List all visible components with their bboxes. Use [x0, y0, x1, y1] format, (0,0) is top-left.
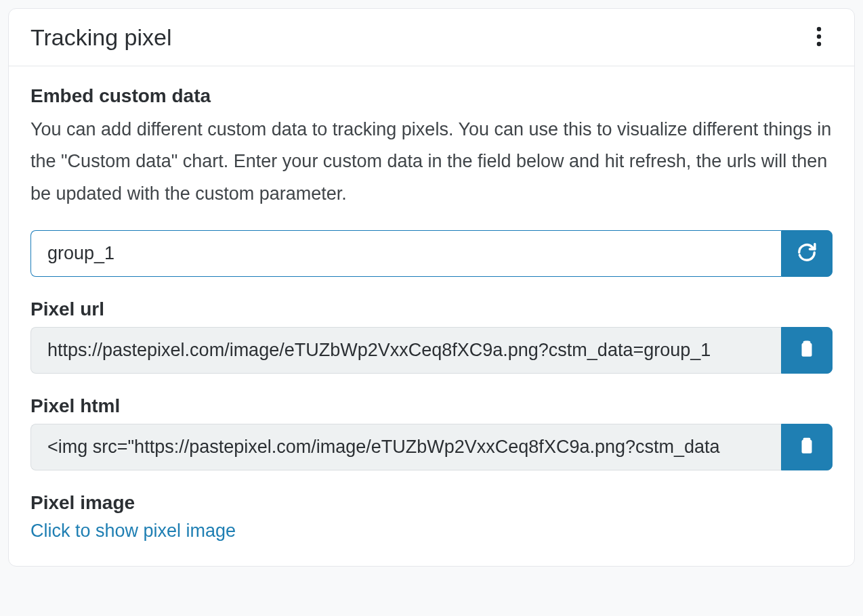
embed-description: You can add different custom data to tra…: [30, 114, 833, 210]
svg-point-1: [817, 34, 821, 38]
svg-rect-6: [802, 439, 812, 453]
pixel-html-value[interactable]: <img src="https://pastepixel.com/image/e…: [30, 424, 781, 470]
pixel-image-label: Pixel image: [30, 492, 833, 514]
copy-pixel-html-button[interactable]: [781, 424, 833, 470]
svg-point-0: [817, 26, 821, 30]
more-vertical-icon: [816, 26, 822, 49]
custom-data-row: [30, 230, 833, 277]
pixel-url-label: Pixel url: [30, 299, 833, 320]
copy-pixel-url-button[interactable]: [781, 327, 833, 374]
svg-rect-3: [802, 343, 812, 356]
pixel-html-label: Pixel html: [30, 395, 833, 417]
clipboard-icon: [797, 339, 817, 361]
tracking-pixel-card: Tracking pixel Embed custom data You can…: [8, 8, 855, 567]
card-body: Embed custom data You can add different …: [9, 66, 854, 566]
pixel-url-value[interactable]: https://pastepixel.com/image/eTUZbWp2Vxx…: [30, 327, 781, 374]
refresh-button[interactable]: [781, 230, 833, 277]
custom-data-input[interactable]: [30, 230, 781, 277]
card-header: Tracking pixel: [9, 9, 854, 66]
show-pixel-image-link[interactable]: Click to show pixel image: [30, 521, 236, 542]
card-menu-button[interactable]: [805, 24, 833, 51]
pixel-url-row: https://pastepixel.com/image/eTUZbWp2Vxx…: [30, 327, 833, 374]
clipboard-icon: [797, 436, 817, 458]
pixel-html-row: <img src="https://pastepixel.com/image/e…: [30, 424, 833, 470]
refresh-icon: [797, 242, 817, 265]
card-title: Tracking pixel: [30, 24, 171, 51]
svg-point-2: [817, 41, 821, 45]
embed-heading: Embed custom data: [30, 85, 833, 107]
